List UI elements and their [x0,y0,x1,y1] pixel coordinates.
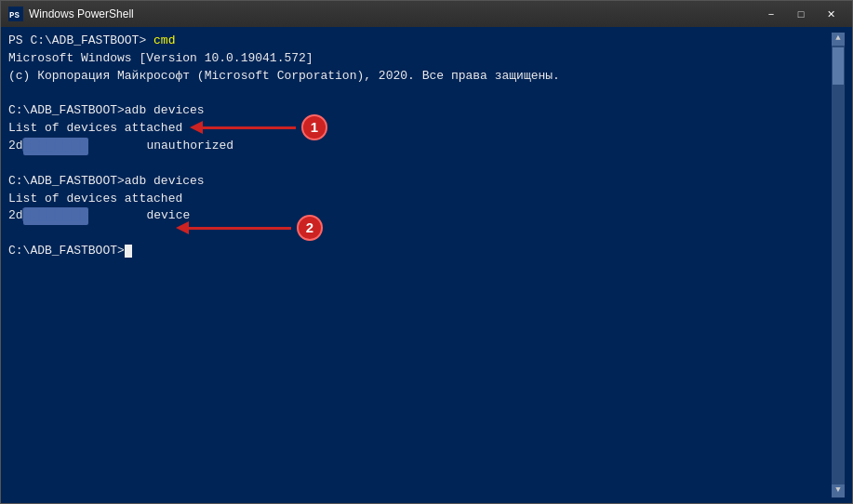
minimize-button[interactable]: − [757,5,785,23]
terminal-line-11: 2d████████ device [8,207,832,225]
terminal-line-1: PS C:\ADB_FASTBOOT> cmd [8,33,832,50]
scrollbar[interactable]: ▲ ▼ [832,33,845,497]
scrollbar-up-button[interactable]: ▲ [832,33,845,46]
terminal-line-8 [8,155,832,173]
terminal-area[interactable]: PS C:\ADB_FASTBOOT> cmd Microsoft Window… [1,27,852,503]
terminal-line-2: Microsoft Windows [Version 10.0.19041.57… [8,50,832,68]
powershell-window: PS Windows PowerShell − □ ✕ PS C:\ADB_FA… [0,0,853,504]
cursor [125,245,132,258]
window-title: Windows PowerShell [29,7,757,20]
scrollbar-down-button[interactable]: ▼ [832,484,845,497]
window-controls: − □ ✕ [757,5,845,23]
powershell-icon: PS [8,7,23,21]
cmd-text: cmd [153,33,175,47]
terminal-line-7: 2d████████ unauthorized [8,138,832,155]
terminal-line-9: C:\ADB_FASTBOOT>adb devices [8,173,832,191]
terminal-line-10: List of devices attached [8,191,832,208]
device-id-2: ████████ [23,207,88,225]
titlebar: PS Windows PowerShell − □ ✕ [1,1,852,27]
scrollbar-thumb[interactable] [833,47,844,85]
terminal-line-5: C:\ADB_FASTBOOT>adb devices [8,102,832,120]
svg-text:PS: PS [9,11,20,20]
terminal-line-13: C:\ADB_FASTBOOT> [8,243,832,260]
terminal-content: PS C:\ADB_FASTBOOT> cmd Microsoft Window… [8,33,832,497]
maximize-button[interactable]: □ [787,5,815,23]
terminal-line-6: List of devices attached [8,120,832,138]
terminal-line-12 [8,225,832,243]
close-button[interactable]: ✕ [817,5,845,23]
terminal-line-3: (c) Корпорация Майкрософт (Microsoft Cor… [8,68,832,86]
terminal-line-4 [8,86,832,103]
device-id-1: ████████ [23,138,88,155]
scrollbar-track[interactable] [832,46,845,484]
